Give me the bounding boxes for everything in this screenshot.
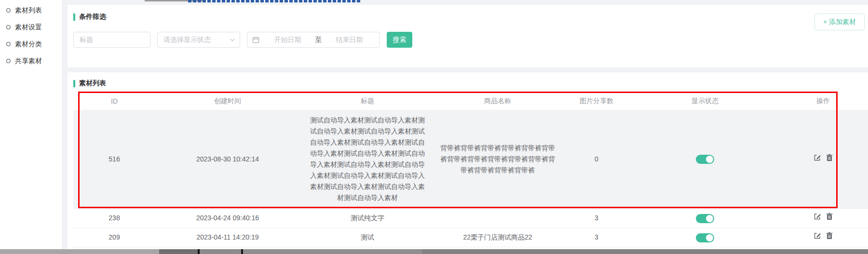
- cell-share-count: 3: [560, 228, 633, 247]
- trash-icon[interactable]: [826, 213, 833, 220]
- chevron-down-icon: [230, 38, 235, 42]
- table-row: 238 2023-04-24 09:40:16 测试纯文字 3: [73, 209, 868, 228]
- trash-icon[interactable]: [826, 154, 833, 161]
- circle-bullet-icon: [6, 42, 11, 46]
- green-accent-bar: [73, 13, 75, 21]
- cell-id: 516: [73, 110, 155, 209]
- sidebar-item-material-list[interactable]: 素材列表: [0, 2, 62, 19]
- sidebar-item-label: 素材列表: [15, 6, 42, 15]
- trash-icon[interactable]: [826, 232, 833, 240]
- cell-id: 209: [73, 228, 155, 247]
- list-section-title-text: 素材列表: [79, 79, 106, 88]
- cell-title: 测试纯文字: [300, 209, 435, 228]
- cell-share-count: 3: [560, 209, 633, 228]
- display-status-select[interactable]: 请选择显示状态: [157, 32, 240, 48]
- cell-title: 测试自动导入素材测试自动导入素材测试自动导入素材测试自动导入素材测试自动导入素材…: [300, 110, 435, 209]
- main-content: 条件筛选 + 添加素材 标题 请选择显示状态 开始日期: [68, 0, 868, 254]
- list-section-title: 素材列表: [73, 79, 868, 88]
- search-button[interactable]: 搜索: [387, 32, 412, 48]
- sidebar-item-shared-material[interactable]: 共享素材: [0, 53, 62, 69]
- sidebar-item-material-category[interactable]: 素材分类: [0, 36, 62, 53]
- cell-product-name: 背带裤背带裤背带裤背带裤背带裤背带裤背带裤背带裤背带裤背带裤背带裤背带裤背带裤背…: [435, 110, 560, 209]
- cell-created-at: 2023-04-24 09:40:16: [155, 209, 300, 228]
- bottom-scrollbar[interactable]: [0, 249, 868, 254]
- filter-section-title: 条件筛选: [73, 13, 868, 21]
- sidebar-item-label: 素材设置: [15, 23, 42, 32]
- edit-icon[interactable]: [814, 213, 821, 220]
- title-search-input[interactable]: 标题: [73, 32, 150, 48]
- circle-bullet-icon: [6, 8, 11, 13]
- table-header-row: ID 创建时间 标题 商品名称 图片分享数 显示状态 操作: [73, 93, 868, 110]
- cell-title: 测试: [300, 228, 435, 247]
- filter-row: 标题 请选择显示状态 开始日期 至 结束日期 搜索: [73, 32, 868, 48]
- date-range-picker[interactable]: 开始日期 至 结束日期: [247, 32, 380, 48]
- sidebar-item-material-settings[interactable]: 素材设置: [0, 19, 62, 36]
- material-table: ID 创建时间 标题 商品名称 图片分享数 显示状态 操作 516 2023-0…: [73, 93, 868, 247]
- cell-created-at: 2023-08-30 10:42:14: [155, 110, 300, 209]
- cell-product-name: 22栗子门店测试商品22: [435, 228, 560, 247]
- date-separator: 至: [315, 36, 322, 44]
- add-material-button[interactable]: + 添加素材: [814, 13, 865, 30]
- header-product-name: 商品名称: [435, 93, 560, 110]
- material-list-card: 素材列表 ID 创建时间 标题 商品名称 图片分享数 显示状态: [68, 72, 868, 249]
- title-input-placeholder: 标题: [80, 36, 93, 44]
- cell-id: 238: [73, 209, 155, 228]
- toggle-knob: [706, 234, 713, 241]
- start-date-placeholder: 开始日期: [262, 36, 313, 44]
- header-actions: 操作: [777, 93, 868, 110]
- display-status-toggle[interactable]: [696, 214, 714, 223]
- display-status-toggle[interactable]: [696, 155, 714, 164]
- table-row: 209 2023-04-11 14:20:19 测试 22栗子门店测试商品22 …: [73, 228, 868, 247]
- status-select-placeholder: 请选择显示状态: [163, 36, 211, 44]
- toggle-knob: [706, 156, 713, 163]
- plus-icon: +: [823, 18, 827, 26]
- calendar-icon: [252, 36, 259, 43]
- edit-icon[interactable]: [814, 154, 821, 161]
- header-display-status: 显示状态: [633, 93, 777, 110]
- sidebar: 素材列表 素材设置 素材分类 共享素材: [0, 0, 63, 249]
- cell-share-count: 0: [560, 110, 633, 209]
- edit-icon[interactable]: [814, 232, 821, 240]
- add-material-label: 添加素材: [829, 18, 856, 26]
- header-title: 标题: [300, 93, 435, 110]
- header-share-count: 图片分享数: [560, 93, 633, 110]
- sidebar-item-label: 共享素材: [15, 57, 42, 66]
- sidebar-item-label: 素材分类: [15, 40, 42, 49]
- cell-created-at: 2023-04-11 14:20:19: [155, 228, 300, 247]
- green-accent-bar: [73, 80, 75, 87]
- display-status-toggle[interactable]: [696, 233, 714, 242]
- circle-bullet-icon: [6, 25, 11, 29]
- filter-card: 条件筛选 + 添加素材 标题 请选择显示状态 开始日期: [68, 5, 868, 67]
- table-row: 516 2023-08-30 10:42:14 测试自动导入素材测试自动导入素材…: [73, 110, 868, 209]
- filter-section-title-text: 条件筛选: [79, 13, 106, 21]
- cell-product-name: [435, 209, 560, 228]
- header-id: ID: [73, 93, 155, 110]
- end-date-placeholder: 结束日期: [324, 36, 375, 44]
- toggle-knob: [706, 215, 713, 222]
- circle-bullet-icon: [6, 59, 11, 63]
- header-created-at: 创建时间: [155, 93, 300, 110]
